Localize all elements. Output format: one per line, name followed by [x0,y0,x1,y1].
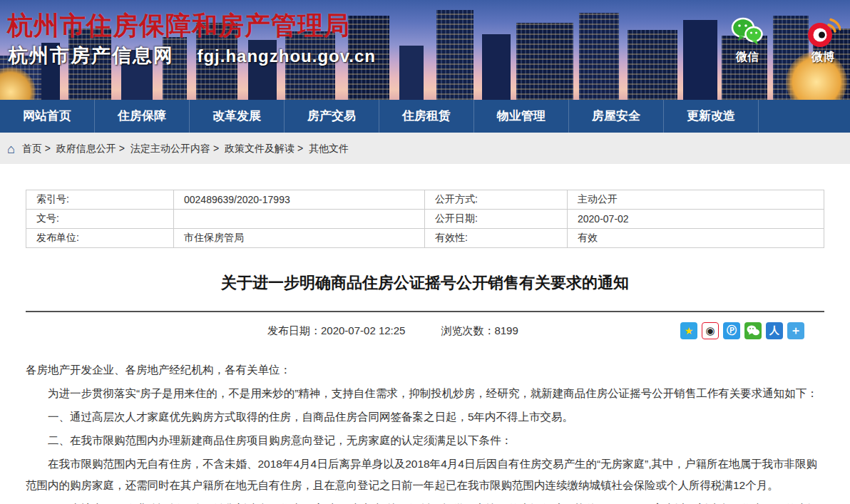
breadcrumb-other-docs[interactable]: 其他文件 [309,143,349,154]
meta-value-validity: 有效 [568,229,824,248]
nav-item-rental[interactable]: 住房租赁 [379,100,474,133]
breadcrumb-separator: > [297,143,303,154]
meta-value-doc-no [174,210,425,229]
publish-info: 发布日期：2020-07-02 12:25浏览次数：8199 [267,324,518,338]
nav-item-home[interactable]: 网站首页 [0,100,95,133]
breadcrumb: ⌂ 首页> 政府信息公开> 法定主动公开内容> 政策文件及解读> 其他文件 [0,133,850,164]
share-qzone-icon[interactable]: ★ [680,322,697,339]
article-paragraph: 各房地产开发企业、各房地产经纪机构，各有关单位： [26,359,824,381]
meta-label-validity: 有效性: [425,229,568,248]
meta-row: 发布单位: 市住保房管局 有效性: 有效 [26,229,824,248]
site-subtitle-row: 杭州市房产信息网 fgj.hangzhou.gov.cn [9,43,376,68]
wechat-social-button[interactable]: 微信 [724,16,770,65]
publish-date-value: 2020-07-02 12:25 [321,324,405,336]
weibo-social-button[interactable]: 微博 [800,16,846,65]
nav-item-renewal[interactable]: 更新改造 [664,100,759,133]
breadcrumb-statutory-disclosure[interactable]: 法定主动公开内容 [130,143,210,154]
meta-value-publish-date: 2020-07-02 [568,210,824,229]
share-bar: ★ ◉ Ⓟ 人 ＋ [680,322,804,339]
meta-value-disclosure-method: 主动公开 [568,190,824,210]
meta-label-disclosure-method: 公开方式: [425,190,568,210]
breadcrumb-home[interactable]: 首页 [22,143,42,154]
publish-date-label: 发布日期： [267,324,321,336]
site-url: fgj.hangzhou.gov.cn [197,46,376,66]
breadcrumb-separator: > [119,143,125,154]
article-paragraph: 在我市限购范围内无自有住房，不含未婚、2018年4月4日后离异单身以及2018年… [26,453,824,496]
meta-row: 索引号: 002489639/2020-17993 公开方式: 主动公开 [26,190,824,210]
meta-value-index-no: 002489639/2020-17993 [174,190,425,210]
breadcrumb-gov-info[interactable]: 政府信息公开 [56,143,116,154]
article-paragraph: 二、在我市限购范围内办理新建商品住房项目购房意向登记，无房家庭的认定须满足以下条… [26,430,824,451]
meta-label-doc-no: 文号: [26,210,174,229]
site-banner: 杭州市住房保障和房产管理局 杭州市房产信息网 fgj.hangzhou.gov.… [0,0,850,100]
article-body: 各房地产开发企业、各房地产经纪机构，各有关单位： 为进一步贯彻落实“房子是用来住… [26,359,824,504]
weibo-icon [800,16,846,48]
wechat-label: 微信 [736,50,759,65]
article-paragraph: 一、通过高层次人才家庭优先购房方式取得的住房，自商品住房合同网签备案之日起，5年… [26,406,824,428]
publish-info-row: 发布日期：2020-07-02 12:25浏览次数：8199 ★ ◉ Ⓟ 人 ＋ [26,322,824,341]
weibo-label: 微博 [811,50,834,65]
nav-item-building-safety[interactable]: 房屋安全 [569,100,664,133]
site-title[interactable]: 杭州市住房保障和房产管理局 [7,9,350,43]
nav-item-reform[interactable]: 改革发展 [190,100,285,133]
article-page: 索引号: 002489639/2020-17993 公开方式: 主动公开 文号:… [0,190,850,504]
meta-value-issuer: 市住保房管局 [174,229,425,248]
article-paragraph: 为进一步贯彻落实“房子是用来住的，不是用来炒的”精神，支持自住需求，抑制投机炒房… [26,383,824,404]
views-label: 浏览次数： [441,324,494,336]
share-wechat-icon[interactable] [744,322,762,339]
meta-row: 文号: 公开日期: 2020-07-02 [26,210,824,229]
share-sina-weibo-icon[interactable]: ◉ [702,322,719,339]
nav-item-housing-security[interactable]: 住房保障 [95,100,190,133]
document-meta-table: 索引号: 002489639/2020-17993 公开方式: 主动公开 文号:… [26,190,824,248]
views-count: 8199 [494,324,518,336]
article-paragraph: 三、房地产开发企业公证摇号公开销售新建商品住房，应对“无房家庭”给予倾斜，提供一… [26,498,824,504]
home-icon: ⌂ [7,142,15,156]
wechat-icon [724,16,770,48]
share-renren-icon[interactable]: 人 [766,322,783,339]
breadcrumb-separator: > [45,143,51,154]
meta-label-publish-date: 公开日期: [425,210,568,229]
meta-label-issuer: 发布单位: [26,229,174,248]
site-subtitle: 杭州市房产信息网 [9,45,174,66]
nav-item-property-mgmt[interactable]: 物业管理 [474,100,569,133]
share-tencent-icon[interactable]: Ⓟ [723,322,740,339]
breadcrumb-separator: > [213,143,219,154]
share-more-icon[interactable]: ＋ [787,322,804,339]
nav-item-transactions[interactable]: 房产交易 [285,100,379,133]
article-title: 关于进一步明确商品住房公证摇号公开销售有关要求的通知 [26,248,824,312]
meta-label-index-no: 索引号: [26,190,174,210]
breadcrumb-policy-docs[interactable]: 政策文件及解读 [225,143,295,154]
main-nav: 网站首页 住房保障 改革发展 房产交易 住房租赁 物业管理 房屋安全 更新改造 [0,100,850,133]
